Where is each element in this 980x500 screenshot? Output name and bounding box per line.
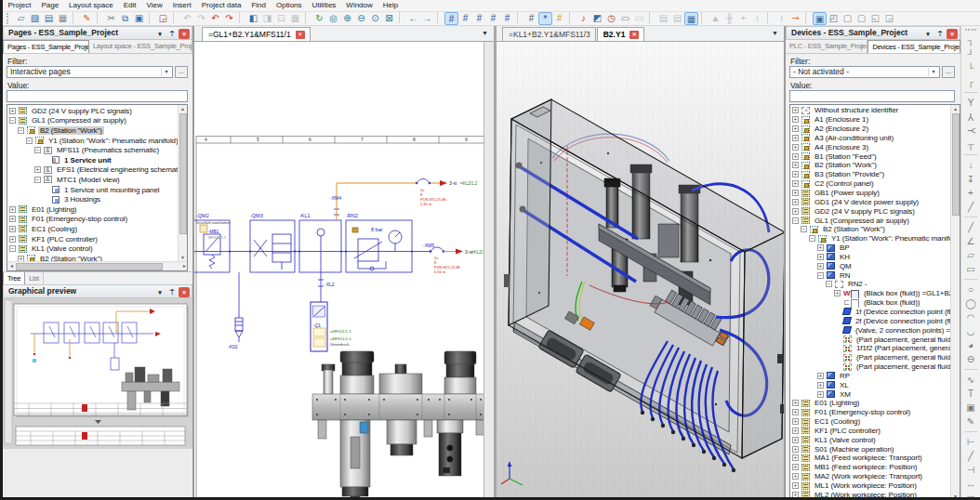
cut-icon[interactable]: ✂ — [104, 12, 118, 25]
vertical-scrollbar[interactable]: ▲ ▼ — [950, 105, 960, 500]
graph-tool-icon[interactable]: ◩ — [590, 12, 604, 25]
stretch-icon[interactable]: ↕ — [750, 12, 764, 25]
menu-utilities[interactable]: Utilities — [307, 0, 341, 11]
tree-item-label[interactable]: MA1 (Feed workpiece: Transport) — [813, 454, 924, 462]
tree-item-label[interactable]: MA2 (Work workpiece: Transport) — [813, 472, 924, 480]
page-macro-icon[interactable]: ◰ — [827, 12, 841, 25]
menu-layout-space[interactable]: Layout space — [64, 0, 119, 11]
tree-item[interactable]: +GD1 (24 V device power supply) — [790, 197, 960, 206]
menu-project-data[interactable]: Project data — [196, 0, 246, 11]
tab-list[interactable]: List — [25, 272, 44, 284]
connection-symbol-icon[interactable]: ⊸ — [788, 12, 802, 25]
tree-item[interactable]: +QM — [790, 261, 960, 270]
expander-icon[interactable]: + — [817, 254, 824, 260]
scroll-left-icon[interactable]: ◄ — [7, 262, 16, 270]
tab-tree[interactable]: Tree — [3, 272, 25, 284]
tab-model-view[interactable]: B2.Y1✕ — [597, 27, 645, 41]
expander-icon[interactable]: − — [26, 138, 33, 144]
scroll-up-icon[interactable]: ▲ — [951, 105, 960, 113]
tree-item[interactable]: −MTC1 (Model view) — [7, 175, 187, 185]
select-region-icon[interactable]: ◲ — [156, 12, 170, 25]
tree-item-label[interactable]: 1 Service unit mounting panel — [62, 186, 162, 194]
tree-item[interactable]: −B2 (Station "Work") — [790, 225, 960, 234]
tree-item[interactable]: +Without structure identifier — [790, 106, 960, 115]
curve-icon[interactable]: ≀ — [775, 12, 788, 25]
expander-icon[interactable]: + — [9, 236, 16, 243]
arc-top-icon[interactable]: ◠ — [963, 310, 978, 324]
dimension-line-icon[interactable]: ╱ — [963, 449, 978, 463]
expander-icon[interactable]: + — [792, 190, 799, 196]
expander-icon[interactable]: − — [792, 217, 799, 224]
tab-list-dropdown-icon[interactable]: ▼ — [772, 30, 778, 36]
expander-icon[interactable]: + — [817, 244, 824, 251]
tree-item-label[interactable]: (Valve, 2 connection points) =GL — [854, 326, 960, 335]
window-split-icon[interactable]: ◨ — [260, 12, 274, 25]
tree-item[interactable]: +KF1 (PLC controller) — [7, 234, 187, 244]
tree-item-label[interactable]: (Black box (fluid)) — [862, 298, 921, 307]
tree-item[interactable]: 1 Service unit — [7, 155, 187, 165]
tree-item-label[interactable]: Y1 (Station "Work": Pneumatic manifold) — [829, 234, 960, 243]
copy-icon[interactable]: ⧉ — [118, 12, 132, 25]
tree-item[interactable]: −Y1 (Station "Work": Pneumatic manifold) — [7, 136, 187, 146]
expander-icon[interactable]: + — [792, 162, 799, 168]
tree-item-label[interactable]: KL1 (Valve control) — [813, 436, 878, 444]
expander-icon[interactable]: + — [9, 226, 16, 232]
sketch-icon[interactable]: ✎ — [963, 414, 978, 428]
tree-item-label[interactable]: GL1 (Compressed air supply) — [30, 116, 128, 125]
menu-project[interactable]: Project — [3, 0, 36, 11]
menu-insert[interactable]: Insert — [167, 0, 196, 11]
table-3-icon[interactable]: ▦ — [684, 12, 698, 25]
arc-bottom-icon[interactable]: ◡ — [963, 324, 978, 338]
tree-item[interactable]: +XL — [790, 380, 960, 389]
text-tool-icon[interactable]: T — [963, 387, 978, 401]
grid-d-icon[interactable]: # — [486, 12, 500, 25]
tree-item[interactable]: +F01 (Emergency-stop control) — [7, 215, 187, 225]
close-icon[interactable]: × — [179, 287, 190, 297]
tree-item-label[interactable]: KF1 (PLC controller) — [30, 235, 99, 243]
menu-page[interactable]: Page — [36, 0, 64, 11]
tree-item[interactable]: +EC1 (Cooling) — [7, 224, 187, 234]
tree-item[interactable]: −RN — [790, 270, 960, 280]
dimension-horizontal-icon[interactable]: ↔ — [963, 477, 978, 491]
panel-menu-icon[interactable]: ▾ — [922, 29, 934, 39]
expander-icon[interactable]: + — [817, 373, 824, 379]
filter-more-button[interactable]: ... — [175, 66, 188, 78]
rectangle-icon[interactable]: ▭ — [963, 262, 978, 276]
tree-item[interactable]: +A3 (Air-conditioning unit) — [790, 134, 960, 143]
t-node-left-icon[interactable]: Y — [964, 124, 978, 138]
symbol-macro-icon[interactable]: ▢ — [854, 12, 868, 25]
expander-icon[interactable]: + — [834, 290, 841, 296]
tree-item-label[interactable]: Y1 (Station "Work": Pneumatic manifold) — [46, 137, 179, 145]
chevron-down-icon[interactable]: ▾ — [161, 68, 171, 76]
tree-item[interactable]: +A4 (Enclosure 3) — [790, 142, 960, 151]
tree-item[interactable]: 1 Service unit mounting panel — [7, 185, 187, 195]
tree-item-label[interactable]: XL — [838, 381, 851, 389]
tree-item-label[interactable]: GD1 (24 V device power supply) — [813, 198, 920, 206]
tree-item-label[interactable]: 2f (Device connection point (flu — [854, 317, 957, 325]
tree-item[interactable]: +B2 (Station "Work") — [790, 161, 960, 170]
tree-item-label[interactable]: (Black box (fluid)) =GL1+B2.Y — [862, 289, 960, 297]
cross-junction-icon[interactable]: + — [963, 186, 978, 200]
scroll-up-icon[interactable]: ▲ — [179, 105, 187, 113]
tree-item[interactable]: −Y1 (Station "Work": Pneumatic manifold) — [790, 234, 960, 243]
window-layout-icon[interactable]: ◧ — [246, 12, 260, 25]
expander-icon[interactable]: + — [34, 166, 41, 173]
tree-item-label[interactable]: GB1 (Power supply) — [813, 189, 881, 197]
tree-item[interactable]: −GL1 (Compressed air supply) — [7, 116, 187, 126]
tree-item-label[interactable]: A2 (Enclosure 2) — [813, 125, 870, 133]
tree-item-label[interactable]: F01 (Emergency-stop control) — [813, 408, 912, 416]
expander-icon[interactable]: + — [792, 125, 799, 132]
tree-item[interactable]: +KF1 (PLC controller) — [790, 427, 960, 436]
expander-icon[interactable]: − — [809, 235, 815, 242]
tree-item[interactable]: +KL1 (Valve control) — [790, 435, 960, 444]
spline-icon[interactable]: ∿ — [963, 373, 978, 387]
arrow-down-icon[interactable]: ↓ — [963, 158, 978, 172]
tree-item[interactable]: +B3 (Station "Provide") — [790, 170, 960, 179]
tree-item[interactable]: +RP — [790, 371, 960, 380]
circle-large-icon[interactable]: ◯ — [963, 296, 978, 310]
settings-wrench-icon[interactable]: ✎ — [80, 12, 94, 25]
scheduler-icon[interactable]: ◷ — [604, 12, 618, 25]
sector-icon[interactable]: ◕ — [963, 338, 978, 352]
zoom-page-icon[interactable]: ⊠ — [382, 12, 396, 25]
expander-icon[interactable]: − — [826, 281, 832, 287]
